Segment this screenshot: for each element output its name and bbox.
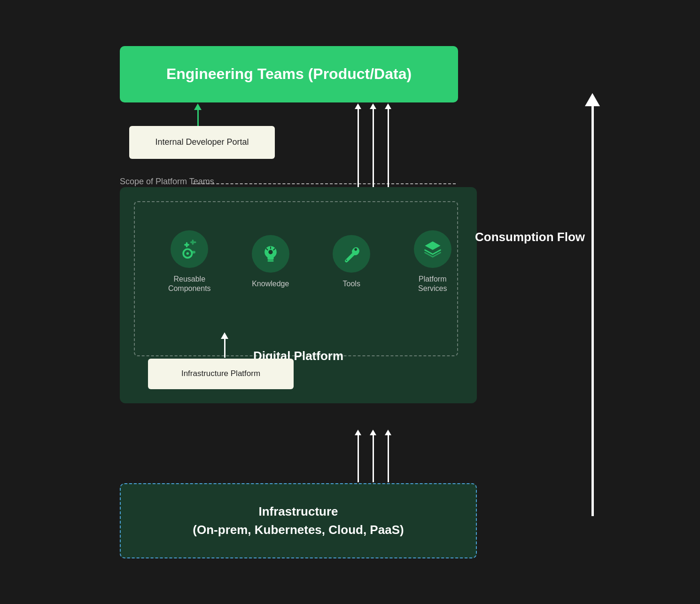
arrowhead-icon xyxy=(221,332,228,339)
icons-row: ReusableComponents Knowl xyxy=(149,230,473,294)
consumption-flow-container xyxy=(586,46,599,516)
dashed-inner-box: ReusableComponents Knowl xyxy=(134,201,458,356)
arrow-up-1 xyxy=(355,103,361,189)
consumption-arrow-line xyxy=(591,106,594,516)
arrowhead-icon xyxy=(385,103,391,109)
arrow-line xyxy=(388,435,389,482)
svg-point-0 xyxy=(187,252,189,255)
arrow-up-infra-1 xyxy=(355,430,361,482)
infra-line1: Infrastructure xyxy=(193,502,404,521)
arrow-head-icon xyxy=(194,103,202,110)
bulb-icon xyxy=(260,243,281,264)
svg-point-6 xyxy=(355,248,358,251)
wrench-icon xyxy=(341,243,362,264)
arrows-infra-to-dp xyxy=(355,430,391,482)
infra-content: Infrastructure (On-prem, Kubernetes, Clo… xyxy=(193,502,404,539)
arrowhead-icon xyxy=(370,103,376,109)
consumption-arrow-head xyxy=(585,93,600,106)
consumption-flow-text: Consumption Flow xyxy=(475,230,585,244)
arrow-idp-to-eng xyxy=(194,103,202,129)
scope-dotted-line xyxy=(193,183,456,184)
icon-item-platform-services: PlatformServices xyxy=(404,230,461,294)
arrow-up-2 xyxy=(370,103,376,189)
reusable-label: ReusableComponents xyxy=(168,275,211,294)
knowledge-icon-circle xyxy=(252,235,289,273)
layers-icon xyxy=(422,239,443,259)
idp-box: Internal Developer Portal xyxy=(129,126,275,159)
scope-label: Scope of Platform Teams xyxy=(120,177,214,187)
icon-item-reusable: ReusableComponents xyxy=(161,230,218,294)
arrow-infra-to-dp xyxy=(221,332,228,358)
consumption-flow-label: Consumption Flow xyxy=(475,229,585,245)
eng-teams-label: Engineering Teams (Product/Data) xyxy=(166,65,412,83)
idp-label: Internal Developer Portal xyxy=(155,137,249,147)
arrow-line xyxy=(358,435,359,482)
arrowhead-icon xyxy=(370,430,376,435)
tools-icon-circle xyxy=(333,235,370,273)
platform-services-icon-circle xyxy=(414,230,451,268)
knowledge-label: Knowledge xyxy=(252,279,289,289)
infra-platform-box: Infrastructure Platform xyxy=(148,359,294,389)
arrow-line xyxy=(224,339,226,358)
arrow-line xyxy=(373,109,374,189)
consumption-flow-arrow xyxy=(586,93,599,516)
gear-puzzle-icon xyxy=(179,239,200,259)
svg-point-2 xyxy=(268,250,272,254)
arrow-up-3 xyxy=(385,103,391,189)
arrow-up-infra-3 xyxy=(385,430,391,482)
infra-line2: (On-prem, Kubernetes, Cloud, PaaS) xyxy=(193,521,404,539)
arrowhead-icon xyxy=(355,103,361,109)
svg-rect-1 xyxy=(267,260,273,262)
infra-platform-label: Infrastructure Platform xyxy=(181,369,260,378)
eng-teams-box: Engineering Teams (Product/Data) xyxy=(120,46,458,102)
digital-platform-box: ReusableComponents Knowl xyxy=(120,187,477,403)
infra-outer-box: Infrastructure (On-prem, Kubernetes, Clo… xyxy=(120,483,477,558)
reusable-icon-circle xyxy=(171,230,208,268)
platform-services-label: PlatformServices xyxy=(418,275,447,294)
arrows-dp-to-eng xyxy=(355,103,391,189)
diagram-container: Engineering Teams (Product/Data) Interna… xyxy=(92,32,608,573)
arrow-line xyxy=(358,109,359,189)
arrow-line xyxy=(373,435,374,482)
arrowhead-icon xyxy=(355,430,361,435)
tools-label: Tools xyxy=(343,279,360,289)
arrow-up-infra-2 xyxy=(370,430,376,482)
arrow-line xyxy=(388,109,389,189)
icon-item-knowledge: Knowledge xyxy=(242,235,299,289)
arrowhead-icon xyxy=(385,430,391,435)
icon-item-tools: Tools xyxy=(323,235,380,289)
